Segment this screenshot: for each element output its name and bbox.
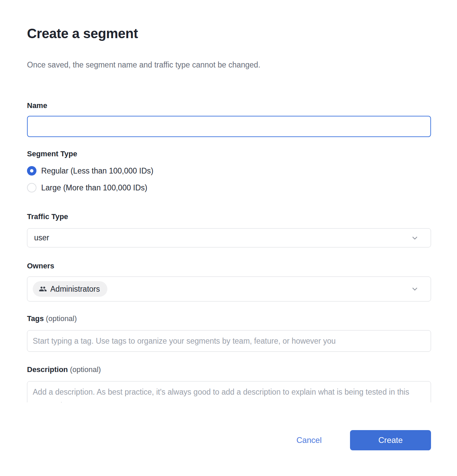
dialog-footer: Cancel Create [0, 430, 457, 450]
owners-select[interactable]: Administrators [27, 276, 431, 301]
segment-type-option-large-label: Large (More than 100,000 IDs) [41, 183, 147, 192]
tags-optional-suffix: (optional) [46, 314, 77, 323]
people-icon [39, 285, 47, 293]
description-textarea-clip [27, 381, 431, 402]
description-label: Description (optional) [27, 365, 431, 374]
dialog-subtitle: Once saved, the segment name and traffic… [27, 60, 431, 70]
radio-unselected-icon[interactable] [27, 183, 36, 192]
segment-type-option-large[interactable]: Large (More than 100,000 IDs) [27, 183, 431, 193]
tags-input[interactable] [27, 330, 431, 352]
dialog-title: Create a segment [27, 0, 431, 42]
segment-type-option-regular-label: Regular (Less than 100,000 IDs) [41, 166, 153, 176]
radio-selected-icon[interactable] [27, 166, 36, 176]
name-input[interactable] [27, 116, 431, 137]
segment-type-label: Segment Type [27, 150, 431, 158]
description-textarea[interactable] [27, 381, 431, 402]
dialog-body: Create a segment Once saved, the segment… [0, 0, 457, 402]
owners-label: Owners [27, 262, 431, 270]
description-optional-suffix: (optional) [70, 365, 101, 374]
description-label-text: Description [27, 365, 68, 374]
create-button[interactable]: Create [350, 430, 431, 450]
owner-chip[interactable]: Administrators [33, 281, 107, 297]
tags-label: Tags (optional) [27, 314, 431, 323]
traffic-type-select[interactable]: user [27, 228, 431, 247]
chevron-down-icon [410, 285, 419, 293]
name-label: Name [27, 101, 431, 110]
create-segment-dialog: Create a segment Once saved, the segment… [0, 0, 457, 476]
chevron-down-icon [410, 234, 419, 242]
traffic-type-label: Traffic Type [27, 212, 431, 221]
cancel-button[interactable]: Cancel [296, 435, 322, 445]
segment-type-option-regular[interactable]: Regular (Less than 100,000 IDs) [27, 166, 431, 176]
tags-label-text: Tags [27, 314, 44, 323]
traffic-type-value: user [34, 233, 49, 242]
owner-chip-label: Administrators [50, 285, 100, 294]
